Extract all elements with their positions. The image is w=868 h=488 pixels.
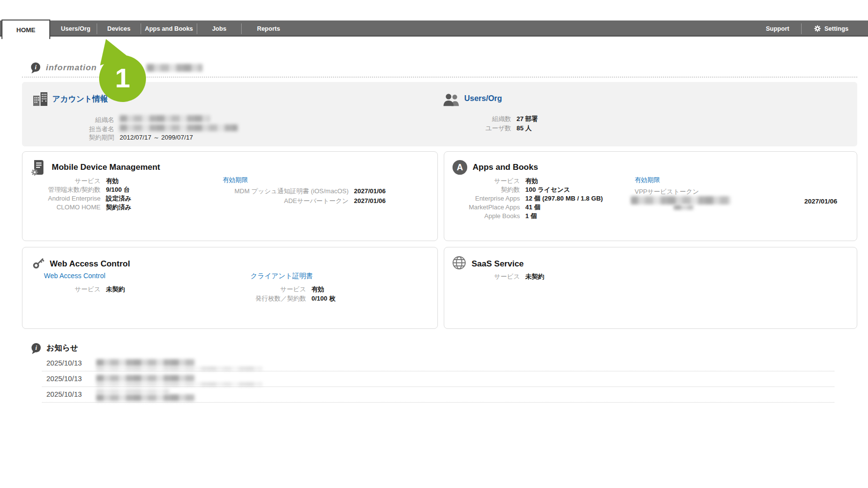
redacted-org-name [120, 115, 210, 122]
mdm-device-icon [30, 159, 47, 176]
redacted-manager-name [120, 124, 238, 131]
service-value: 有効 [311, 285, 324, 293]
svg-text:A: A [457, 163, 463, 172]
enterprise-apps-value: 12 個 (297.80 MB / 1.8 GB) [525, 195, 603, 203]
saas-service-card: SaaS Service サービス 未契約 [444, 247, 857, 329]
nav-right-group: Support Settings [754, 20, 860, 37]
news-list-item: 2025/10/13 [42, 372, 834, 387]
svg-text:i: i [35, 63, 37, 71]
license-count-value: 100 ライセンス [525, 186, 570, 194]
info-bubble-icon: i [30, 343, 42, 354]
issued-count-label: 発行枚数／契約数 [233, 295, 306, 303]
svg-text:i: i [35, 344, 37, 351]
redacted-news-link[interactable] [96, 394, 195, 401]
tab-home-active[interactable]: HOME [1, 20, 50, 39]
service-label: サービス [449, 273, 520, 281]
tab-users-org[interactable]: Users/Org [55, 20, 97, 37]
settings-link[interactable]: Settings [802, 20, 860, 37]
enterprise-apps-row: Enterprise Apps 12 個 (297.80 MB / 1.8 GB… [449, 195, 603, 203]
org-name-label: 組織名 [32, 116, 114, 124]
tab-reports[interactable]: Reports [242, 20, 295, 37]
buildings-icon [32, 90, 49, 107]
apps-expiry-link[interactable]: 有効期限 [635, 176, 660, 184]
org-count-value: 27 部署 [517, 115, 538, 123]
news-date: 2025/10/13 [46, 390, 82, 398]
service-value: 有効 [525, 177, 538, 185]
saas-service-row: サービス 未契約 [449, 273, 544, 281]
redacted-news-link[interactable] [96, 375, 195, 382]
service-value: 未契約 [525, 273, 544, 281]
tab-devices[interactable]: Devices [97, 20, 141, 37]
marketplace-apps-label: MarketPlace Apps [449, 203, 520, 211]
support-link[interactable]: Support [754, 20, 801, 37]
vpp-token-date: 2027/01/06 [804, 198, 837, 205]
managed-devices-value: 9/100 台 [106, 186, 130, 194]
service-value: 有効 [106, 177, 119, 185]
account-manager-row: 担当者名 [32, 124, 238, 133]
nav-tabs: Users/Org Devices Apps and Books Jobs Re… [55, 20, 295, 37]
ade-token-date: 2027/01/06 [354, 197, 386, 205]
redacted-news-subtext [96, 366, 262, 371]
user-count-row: ユーザ数 85 人 [433, 124, 532, 132]
service-label: サービス [27, 285, 101, 293]
tab-jobs[interactable]: Jobs [197, 20, 241, 37]
vpp-token-label: VPPサービストークン [635, 188, 699, 196]
push-cert-date: 2027/01/06 [354, 187, 386, 195]
news-list-item: 2025/10/13 [42, 387, 834, 403]
mdm-card-title: Mobile Device Management [52, 163, 160, 172]
key-icon [31, 255, 46, 271]
contract-period-value: 2012/07/17 ～ 2099/07/17 [120, 134, 193, 142]
users-org-heading[interactable]: Users/Org [464, 94, 502, 103]
org-count-row: 組織数 27 部署 [433, 115, 538, 123]
apps-service-row: サービス 有効 [449, 177, 538, 185]
manager-name-label: 担当者名 [32, 125, 114, 133]
service-label: サービス [233, 285, 306, 293]
redacted-news-subtext [96, 389, 169, 394]
clomo-home-label: CLOMO HOME [27, 203, 101, 211]
tab-apps-and-books[interactable]: Apps and Books [141, 20, 197, 37]
news-heading: お知らせ [46, 343, 78, 353]
apps-license-row: 契約数 100 ライセンス [449, 186, 570, 194]
step-marker-number: 1 [110, 63, 135, 93]
marketplace-apps-value: 41 個 [525, 203, 540, 211]
mdm-service-row: サービス 有効 [27, 177, 119, 185]
license-count-label: 契約数 [449, 186, 520, 194]
apps-card-title: Apps and Books [473, 163, 538, 172]
org-count-label: 組織数 [433, 115, 511, 123]
user-count-value: 85 人 [517, 124, 532, 132]
wac-link[interactable]: Web Access Control [44, 272, 105, 280]
users-icon [443, 93, 459, 107]
info-bubble-icon: i [30, 62, 41, 74]
redacted-vpp-token [631, 196, 731, 204]
clomo-home-value: 契約済み [106, 203, 131, 211]
user-count-label: ユーザ数 [433, 124, 511, 132]
news-date: 2025/10/13 [46, 375, 82, 383]
service-label: サービス [27, 177, 101, 185]
wac-card-title: Web Access Control [50, 259, 130, 269]
app-store-icon: A [452, 159, 468, 176]
redacted-news-subtext [96, 382, 262, 386]
client-cert-link[interactable]: クライアント証明書 [250, 272, 313, 281]
mdm-push-cert-row: MDM プッシュ通知証明書 (iOS/macOS) 2027/01/06 [194, 187, 386, 195]
mdm-clomo-home-row: CLOMO HOME 契約済み [27, 203, 131, 211]
mdm-expiry-link[interactable]: 有効期限 [223, 176, 248, 184]
account-period-row: 契約期間 2012/07/17 ～ 2099/07/17 [32, 134, 193, 142]
top-navigation-bar: Users/Org Devices Apps and Books Jobs Re… [0, 20, 868, 37]
marketplace-apps-row: MarketPlace Apps 41 個 [449, 203, 540, 211]
globe-icon [452, 255, 467, 270]
account-org-row: 組織名 [32, 115, 210, 124]
wac-service-row: サービス 未契約 [27, 285, 125, 293]
redacted-news-link[interactable] [96, 359, 195, 366]
contract-period-label: 契約期間 [32, 134, 114, 142]
cert-issued-row: 発行枚数／契約数 0/100 枚 [233, 295, 335, 303]
cert-service-row: サービス 有効 [233, 285, 324, 293]
mdm-devices-row: 管理端末数/契約数 9/100 台 [27, 186, 130, 194]
home-page: Users/Org Devices Apps and Books Jobs Re… [0, 0, 868, 488]
ade-token-label: ADEサーバートークン [194, 197, 349, 205]
managed-devices-label: 管理端末数/契約数 [27, 186, 101, 194]
apps-and-books-card: A Apps and Books サービス 有効 契約数 100 ライセンス E… [444, 151, 857, 241]
push-cert-label: MDM プッシュ通知証明書 (iOS/macOS) [194, 187, 349, 195]
settings-label: Settings [825, 25, 848, 32]
web-access-control-card: Web Access Control Web Access Control サー… [22, 247, 438, 329]
enterprise-apps-label: Enterprise Apps [449, 195, 520, 203]
